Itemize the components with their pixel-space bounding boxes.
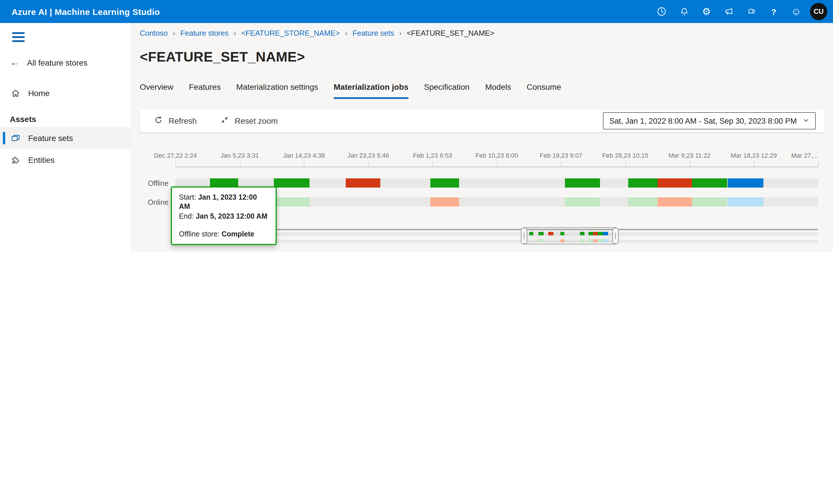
brush-mini-segment [593,232,598,235]
avatar[interactable]: CU [810,3,827,20]
timeline-segment-complete[interactable] [431,178,459,188]
refresh-label: Refresh [169,116,197,125]
timeline-segment-complete[interactable] [274,197,310,207]
brush-window[interactable] [524,227,616,244]
feature-sets-label: Feature sets [28,133,73,142]
menu-icon[interactable] [12,32,25,42]
brush-mini-segment [579,239,585,242]
tab-consume[interactable]: Consume [527,82,561,99]
app-title: Azure AI | Machine Learning Studio [11,7,160,17]
axis-tick-label: Jan 5,23 3:31 [221,152,259,159]
axis-tick-label: Jan 14,23 4:38 [283,152,325,159]
brush-mini-segment [561,239,565,242]
sidebar: ← All feature stores Home Assets Feature… [0,23,130,252]
brush-mini-segment [593,239,598,242]
sidebar-item-feature-sets[interactable]: Feature sets [0,127,130,149]
smiley-icon[interactable]: ☺ [788,3,805,20]
axis-tick-mark [304,161,305,166]
chart-toolbar: Refresh Reset zoom Sat, Jan 1, 2022 8:00… [140,109,825,132]
entities-label: Entities [28,155,55,164]
brush-mini-segment [529,232,533,235]
history-icon[interactable] [653,3,670,20]
breadcrumb-separator: › [345,29,347,37]
entities-icon [10,154,21,165]
brush-mini-segment [538,239,543,242]
tab-overview[interactable]: Overview [140,82,173,99]
top-bar: Azure AI | Machine Learning Studio ⚙ ? ☺… [0,0,833,23]
timeline-segment-incomplete[interactable] [658,178,692,188]
timeline-segment-incomplete[interactable] [431,197,459,207]
tooltip-store-label: Offline store: [179,230,219,238]
brush-mini-segment [598,239,602,242]
tab-specification[interactable]: Specification [424,82,470,99]
tab-bar: OverviewFeaturesMaterialization settings… [140,82,825,99]
brush-handle-right[interactable] [613,228,619,244]
timeline-segment-complete[interactable] [692,197,728,207]
axis-tick-label: Mar 18,23 12:29 [731,152,777,159]
breadcrumb-separator: › [399,29,402,37]
timeline-segment-complete[interactable] [565,178,600,188]
timeline-segment-incomplete[interactable] [346,178,381,188]
breadcrumb-item[interactable]: Feature stores [180,29,229,38]
brush-handle-left[interactable] [521,228,527,244]
tab-materialization-jobs[interactable]: Materialization jobs [334,82,408,99]
app-window: Azure AI | Machine Learning Studio ⚙ ? ☺… [0,0,833,252]
axis-tick-label: Jan 23,23 5:46 [347,152,389,159]
timeline-segment-pending[interactable] [728,178,763,188]
timeline-axis-baseline [175,166,818,167]
tab-models[interactable]: Models [485,82,511,99]
timeline-segment-complete[interactable] [628,197,658,207]
timeline-segment-complete[interactable] [274,178,310,188]
brush-mini-segment [538,232,543,235]
brush-mini-segment [549,232,553,235]
date-range-select[interactable]: Sat, Jan 1, 2022 8:00 AM - Sat, Sep 30, … [603,112,816,129]
axis-tick-mark [175,161,176,166]
axis-tick-mark [689,161,690,166]
tooltip-end-label: End: [179,212,194,220]
axis-tick-label: Dec 27,22 2:24 [154,152,197,159]
breadcrumb-item: <FEATURE_SET_NAME> [407,29,494,38]
home-icon [10,88,21,98]
axis-tick-mark [561,161,562,166]
timeline-segment-complete[interactable] [628,178,658,188]
brush-mini-segment [598,232,602,235]
brush-mini-segment [579,232,585,235]
axis-tick-mark [754,161,755,166]
reset-zoom-button[interactable]: Reset zoom [213,109,284,132]
timeline-segment-incomplete[interactable] [658,197,692,207]
timeline-segment-pending[interactable] [728,197,763,207]
breadcrumb-item[interactable]: Contoso [140,29,168,38]
breadcrumb-item[interactable]: <FEATURE_STORE_NAME> [241,29,340,38]
axis-tick-mark [368,161,369,166]
axis-tick-label: Mar 9,23 11:22 [668,152,711,159]
breadcrumb: Contoso›Feature stores›<FEATURE_STORE_NA… [140,29,825,38]
sidebar-item-entities[interactable]: Entities [0,149,130,171]
refresh-button[interactable]: Refresh [147,109,204,132]
announcements-icon[interactable] [720,3,738,20]
main-content: Contoso›Feature stores›<FEATURE_STORE_NA… [130,23,833,252]
settings-icon[interactable]: ⚙ [698,3,715,20]
back-to-all-feature-stores[interactable]: ← All feature stores [10,57,130,68]
timeline-segment-complete[interactable] [565,197,600,207]
notifications-icon[interactable] [675,3,693,20]
sidebar-item-home[interactable]: Home [0,82,130,104]
help-icon[interactable]: ? [765,3,782,20]
axis-tick-label: Feb 1,23 6:53 [413,152,452,159]
feature-sets-icon [10,133,21,143]
top-bar-actions: ⚙ ? ☺ CU [653,3,827,20]
timeline-segment-complete[interactable] [692,178,728,188]
online-row-label: Online [140,198,169,207]
back-label: All feature stores [27,58,88,67]
home-label: Home [28,88,50,97]
brush-mini-segment [603,239,608,242]
breadcrumb-item[interactable]: Feature sets [352,29,394,38]
chevron-down-icon [803,117,809,125]
brush-mini-segment [589,239,593,242]
tab-materialization-settings[interactable]: Materialization settings [236,82,318,99]
tooltip-start-label: Start: [179,193,196,201]
tab-features[interactable]: Features [189,82,221,99]
axis-tick-mark [625,161,626,166]
feedback-icon[interactable] [743,3,760,20]
refresh-icon [153,115,163,126]
axis-tick-label: Feb 28,23 10:15 [602,152,648,159]
